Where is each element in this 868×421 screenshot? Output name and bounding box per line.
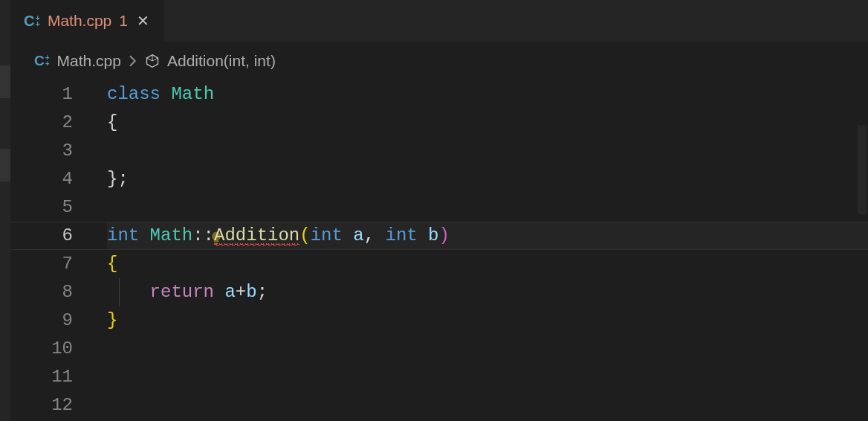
token-keyword: return [150,282,225,302]
tab-math-cpp[interactable]: C++ Math.cpp 1 ✕ [10,0,165,42]
token-function-error: Addition [214,225,299,245]
token-paren: ( [299,225,310,245]
token-paren: ) [439,225,450,245]
token-punc: :: [192,225,214,245]
tab-dirty-badge: 1 [119,12,128,30]
code-line[interactable]: class Math [107,80,868,109]
token-keyword: int [385,225,428,245]
line-number: 9 [10,306,94,335]
line-number: 10 [10,335,94,363]
line-number: 11 [10,363,94,391]
token-brace: } [107,169,117,189]
code-line[interactable] [107,335,868,363]
line-number: 5 [10,193,94,222]
activity-bar [0,0,10,421]
close-tab-button[interactable]: ✕ [135,12,151,30]
indent-guide [119,278,120,306]
cpp-file-icon-letter: C [34,53,45,69]
line-number-gutter: 1 2 3 4 5 6 7 8 9 10 11 12 [10,80,94,420]
code-line[interactable]: } [107,306,868,335]
token-brace: { [107,112,117,132]
breadcrumb-symbol[interactable]: Addition(int, int) [167,52,276,70]
line-number: 3 [10,137,94,165]
line-number: 12 [10,391,94,420]
code-line[interactable]: { [107,250,868,278]
activity-marker [0,65,10,98]
token-punc: , [364,225,386,245]
token-param: b [428,225,438,245]
line-number: 7 [10,250,94,278]
code-line[interactable] [107,193,868,222]
code-content[interactable]: class Math { }; int Math::Addition(int a… [107,80,868,420]
token-type: Math [171,84,214,104]
cpp-file-icon: C++ [24,13,40,30]
token-brace: } [107,310,117,330]
code-line[interactable]: { [107,109,868,137]
line-number: 8 [10,278,94,306]
line-number: 4 [10,165,94,193]
chevron-right-icon [129,55,137,67]
scrollbar-thumb[interactable] [858,125,867,214]
tab-strip: C++ Math.cpp 1 ✕ [10,0,868,42]
breadcrumb[interactable]: C++ Math.cpp Addition(int, int) [10,42,868,80]
token-op: + [236,282,246,302]
code-line[interactable]: int Math::Addition(int a, int b) [107,222,868,250]
lightbulb-icon[interactable] [123,199,138,213]
code-line[interactable]: }; [107,165,868,193]
token-var: b [246,282,256,302]
token-indent [107,282,150,302]
activity-marker [0,149,10,181]
code-editor[interactable]: 1 2 3 4 5 6 7 8 9 10 11 12 class Math { … [10,80,868,421]
method-icon [145,54,160,68]
breadcrumb-file[interactable]: Math.cpp [57,52,121,70]
line-number: 1 [10,80,94,109]
token-punc: ; [117,169,128,189]
code-line[interactable] [107,363,868,391]
token-keyword: class [107,84,171,104]
token-punc: ; [257,282,268,302]
cpp-file-icon: C++ [34,53,50,69]
token-param: a [353,225,363,245]
code-line[interactable]: return a+b; [107,278,868,306]
token-type: Math [150,225,193,245]
token-keyword: int [311,225,354,245]
token-keyword: int [107,225,150,245]
tab-filename: Math.cpp [48,12,111,30]
token-brace: { [107,254,117,274]
cpp-file-icon-letter: C [24,13,34,30]
code-line[interactable] [107,391,868,420]
code-line[interactable] [107,137,868,165]
line-number: 6 [10,222,94,250]
token-var: a [224,282,235,302]
line-number: 2 [10,109,94,137]
